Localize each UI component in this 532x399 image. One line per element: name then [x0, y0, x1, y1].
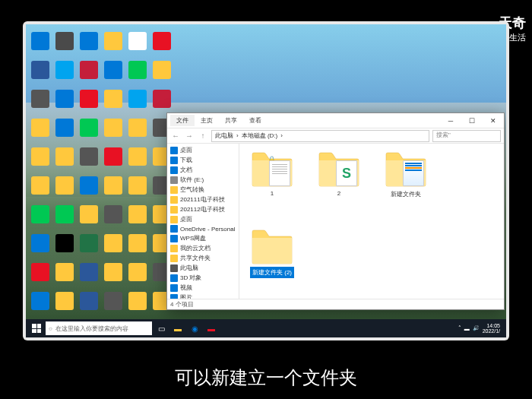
- desktop-icon[interactable]: [80, 234, 98, 252]
- sidebar-item[interactable]: 桌面: [169, 214, 237, 224]
- navigation-pane[interactable]: 桌面下载文档软件 (E:)空气转换202111电子科技202112电子科技桌面O…: [167, 144, 239, 299]
- desktop-icon[interactable]: [153, 90, 171, 108]
- desktop-icon[interactable]: [104, 90, 122, 108]
- sidebar-item[interactable]: 共享文件夹: [169, 253, 237, 263]
- minimize-button[interactable]: ─: [440, 114, 461, 128]
- desktop-icon[interactable]: [104, 205, 122, 223]
- titlebar[interactable]: 文件 主页 共享 查看 ─ ☐ ✕: [167, 113, 504, 128]
- tab-view[interactable]: 查看: [243, 115, 268, 126]
- sidebar-item[interactable]: 我的云文档: [169, 243, 237, 253]
- tab-share[interactable]: 共享: [219, 115, 243, 126]
- tab-home[interactable]: 主页: [195, 115, 219, 126]
- desktop-icon[interactable]: [31, 147, 49, 166]
- desktop-icon[interactable]: [128, 205, 147, 223]
- desktop-icon[interactable]: [31, 205, 49, 223]
- network-icon[interactable]: ▬: [464, 326, 470, 331]
- breadcrumb[interactable]: 此电脑 › 本地磁盘 (D:) ›: [211, 130, 429, 142]
- task-view-icon[interactable]: ▭: [154, 321, 169, 336]
- desktop-icon[interactable]: [104, 119, 122, 137]
- desktop-icon[interactable]: [80, 176, 98, 195]
- desktop-icon[interactable]: [55, 147, 74, 166]
- desktop-icon[interactable]: [153, 61, 171, 79]
- desktop[interactable]: 文件 主页 共享 查看 ─ ☐ ✕ ← → ↑ 此电脑 › 本地磁盘 (D:) …: [26, 24, 506, 337]
- desktop-icon[interactable]: [31, 292, 49, 310]
- desktop-icon[interactable]: [128, 263, 147, 281]
- desktop-icon[interactable]: [128, 61, 147, 79]
- desktop-icon[interactable]: [80, 147, 98, 166]
- desktop-icon[interactable]: [55, 205, 74, 223]
- desktop-icon[interactable]: [80, 292, 98, 310]
- sidebar-item[interactable]: 3D 对象: [169, 273, 237, 283]
- desktop-icon[interactable]: [128, 234, 147, 252]
- desktop-icon[interactable]: [104, 32, 122, 50]
- file-list[interactable]: 🔒1S2新建文件夹新建文件夹 (2): [239, 144, 504, 299]
- desktop-icon[interactable]: [31, 61, 49, 79]
- volume-icon[interactable]: 🔊: [473, 325, 480, 331]
- folder-item[interactable]: 新建文件夹: [379, 150, 432, 199]
- file-explorer-window[interactable]: 文件 主页 共享 查看 ─ ☐ ✕ ← → ↑ 此电脑 › 本地磁盘 (D:) …: [166, 112, 505, 310]
- taskbar[interactable]: ○ 在这里输入你要搜索的内容 ▭ ▬ ◉ ▬ ˄ ▬ 🔊 14:05 2022/…: [26, 319, 506, 337]
- sidebar-item[interactable]: 此电脑: [169, 263, 237, 273]
- tab-file[interactable]: 文件: [170, 115, 195, 126]
- sidebar-item[interactable]: 图片: [169, 293, 237, 299]
- up-button[interactable]: ↑: [198, 131, 208, 141]
- sidebar-item[interactable]: 202112电子科技: [169, 204, 237, 214]
- desktop-icon[interactable]: [31, 32, 49, 50]
- edge-taskbar-icon[interactable]: ◉: [187, 321, 202, 336]
- desktop-icon[interactable]: [128, 292, 147, 310]
- tray-up-icon[interactable]: ˄: [458, 325, 461, 331]
- desktop-icon[interactable]: [104, 176, 122, 195]
- desktop-icon[interactable]: [55, 263, 74, 281]
- desktop-icon[interactable]: [104, 147, 122, 166]
- desktop-icon[interactable]: [128, 90, 147, 108]
- forward-button[interactable]: →: [184, 131, 195, 141]
- desktop-icon[interactable]: [55, 61, 74, 79]
- desktop-icon[interactable]: [104, 61, 122, 79]
- start-button[interactable]: [29, 321, 44, 336]
- desktop-icon[interactable]: [80, 32, 98, 50]
- search-input[interactable]: 搜索": [432, 130, 501, 142]
- breadcrumb-drive[interactable]: 本地磁盘 (D:): [242, 131, 278, 140]
- taskbar-search[interactable]: ○ 在这里输入你要搜索的内容: [46, 321, 152, 335]
- desktop-icon[interactable]: [55, 119, 74, 137]
- maximize-button[interactable]: ☐: [461, 114, 483, 128]
- sidebar-item[interactable]: 软件 (E:): [169, 175, 237, 185]
- desktop-icon[interactable]: [55, 234, 74, 252]
- desktop-icon[interactable]: [80, 61, 98, 79]
- desktop-icon[interactable]: [55, 90, 74, 108]
- app-taskbar-icon[interactable]: ▬: [204, 321, 219, 336]
- desktop-icon[interactable]: [31, 176, 49, 195]
- desktop-icon[interactable]: [104, 234, 122, 252]
- sidebar-item[interactable]: OneDrive - Personal: [169, 224, 237, 233]
- system-tray[interactable]: ˄ ▬ 🔊 14:05 2022/1/: [458, 323, 503, 334]
- desktop-icon[interactable]: [128, 176, 147, 195]
- folder-label[interactable]: 新建文件夹 (2): [250, 267, 294, 278]
- desktop-icon[interactable]: [55, 32, 74, 50]
- desktop-icon[interactable]: [104, 263, 122, 281]
- desktop-icon[interactable]: [31, 234, 49, 252]
- close-button[interactable]: ✕: [483, 114, 504, 128]
- folder-item[interactable]: 🔒1: [245, 150, 299, 198]
- desktop-icon[interactable]: [31, 119, 49, 137]
- back-button[interactable]: ←: [170, 131, 181, 141]
- desktop-icon[interactable]: [55, 176, 74, 195]
- sidebar-item[interactable]: 文档: [169, 165, 237, 175]
- desktop-icon[interactable]: [31, 263, 49, 281]
- folder-item[interactable]: 新建文件夹 (2): [245, 227, 299, 278]
- clock-date[interactable]: 2022/1/: [483, 328, 500, 334]
- desktop-icon[interactable]: [104, 292, 122, 310]
- clock-time[interactable]: 14:05: [483, 323, 500, 328]
- sidebar-item[interactable]: 空气转换: [169, 185, 237, 195]
- breadcrumb-pc[interactable]: 此电脑: [215, 131, 233, 140]
- desktop-icon[interactable]: [80, 119, 98, 137]
- desktop-icon[interactable]: [80, 263, 98, 281]
- explorer-taskbar-icon[interactable]: ▬: [170, 321, 185, 336]
- desktop-icon[interactable]: [128, 119, 147, 137]
- desktop-icon[interactable]: [80, 205, 98, 223]
- desktop-icon[interactable]: [80, 90, 98, 108]
- sidebar-item[interactable]: 下载: [169, 155, 237, 165]
- sidebar-item[interactable]: 202111电子科技: [169, 195, 237, 204]
- sidebar-item[interactable]: 桌面: [169, 145, 237, 155]
- desktop-icon[interactable]: [128, 147, 147, 166]
- desktop-icon[interactable]: [128, 32, 147, 50]
